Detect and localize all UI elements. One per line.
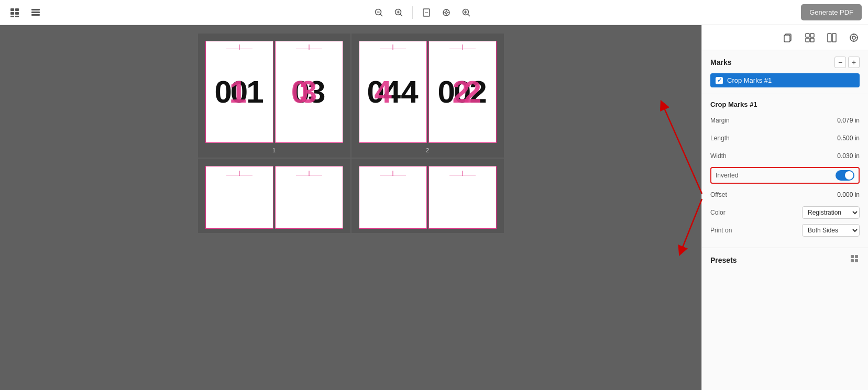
spread-1-label: 1 bbox=[272, 147, 276, 153]
crop-marks-label: Crop Marks #1 bbox=[727, 76, 772, 84]
width-value: 0.030 in bbox=[837, 152, 860, 160]
inverted-toggle[interactable] bbox=[836, 170, 854, 181]
zoom-in-btn[interactable] bbox=[390, 4, 407, 21]
zoom-out-btn[interactable] bbox=[370, 4, 387, 21]
svg-rect-5 bbox=[15, 16, 19, 17]
spread-1: 00 1 1 0 3 3 0 bbox=[198, 34, 350, 158]
svg-point-37 bbox=[852, 36, 855, 39]
bottom-mini-page-2 bbox=[275, 166, 343, 229]
length-value: 0.500 in bbox=[837, 135, 860, 142]
spread-1-pages: 00 1 1 0 3 3 0 bbox=[205, 41, 343, 143]
offset-value: 0.000 in bbox=[837, 191, 860, 198]
bottom-spread-1-pages bbox=[205, 166, 343, 229]
generate-pdf-btn[interactable]: Generate PDF bbox=[801, 4, 862, 20]
panel-icon-target[interactable] bbox=[846, 30, 862, 46]
svg-point-19 bbox=[445, 12, 447, 14]
color-row: Color Registration Black Cyan Magenta bbox=[710, 206, 860, 219]
print-on-row: Print on Both Sides Front Only Back Only bbox=[710, 224, 860, 237]
inverted-row: Inverted bbox=[710, 167, 860, 184]
print-on-label: Print on bbox=[710, 227, 732, 234]
svg-rect-30 bbox=[806, 34, 809, 37]
fit-width-btn[interactable] bbox=[438, 4, 455, 21]
fit-page-btn[interactable] bbox=[418, 4, 435, 21]
svg-rect-45 bbox=[855, 259, 858, 262]
length-label: Length bbox=[710, 135, 730, 142]
spread-2-label: 2 bbox=[426, 147, 429, 153]
spread-2-pages: 0 4 4 4 00 2 2 bbox=[359, 41, 497, 143]
svg-line-15 bbox=[400, 14, 402, 16]
crop-marks-checkbox[interactable]: ✓ bbox=[716, 77, 723, 84]
svg-rect-33 bbox=[810, 38, 814, 42]
svg-rect-44 bbox=[851, 259, 854, 262]
bottom-spread-2 bbox=[351, 159, 504, 233]
mini-page-003: 0 3 3 0 bbox=[275, 41, 343, 143]
zoom-actual-btn[interactable] bbox=[458, 4, 475, 21]
bottom-spread-row bbox=[198, 159, 504, 233]
marks-section: Marks − + ✓ Crop Marks #1 bbox=[702, 50, 868, 94]
print-on-select[interactable]: Both Sides Front Only Back Only bbox=[802, 224, 860, 237]
crop-mark-top-044 bbox=[380, 44, 406, 52]
margin-row: Margin 0.079 in bbox=[710, 114, 860, 127]
bottom-mini-page-1 bbox=[205, 166, 273, 229]
presets-grid-btn[interactable] bbox=[850, 254, 860, 266]
svg-rect-35 bbox=[832, 34, 836, 42]
svg-rect-6 bbox=[31, 9, 40, 10]
bottom-spread-1 bbox=[198, 159, 350, 233]
marks-header: Marks − + bbox=[710, 57, 860, 68]
mini-page-044: 0 4 4 4 bbox=[359, 41, 427, 143]
mini-page-002: 00 2 2 2 bbox=[428, 41, 497, 143]
layout-btn-1[interactable] bbox=[6, 4, 23, 21]
svg-rect-34 bbox=[828, 34, 831, 42]
spread-2: 0 4 4 4 00 2 2 bbox=[351, 34, 504, 158]
crop-marks-detail: Crop Marks #1 Margin 0.079 in Length 0.5… bbox=[702, 94, 868, 248]
crop-mark-top-001 bbox=[226, 44, 252, 52]
crop-mark-top-003 bbox=[296, 44, 322, 52]
svg-rect-4 bbox=[10, 16, 14, 17]
crop-mark-top-002 bbox=[449, 44, 476, 52]
panel-icon-columns[interactable] bbox=[824, 30, 840, 46]
svg-line-11 bbox=[380, 14, 382, 16]
toolbar-center bbox=[48, 4, 797, 21]
inverted-label: Inverted bbox=[716, 172, 738, 179]
offset-row: Offset 0.000 in bbox=[710, 188, 860, 202]
toolbar-divider bbox=[412, 6, 413, 19]
svg-rect-7 bbox=[31, 12, 40, 13]
svg-rect-42 bbox=[851, 255, 854, 258]
svg-line-25 bbox=[468, 14, 470, 16]
panel-icon-grid[interactable] bbox=[802, 30, 818, 46]
main-area: 00 1 1 0 3 3 0 bbox=[0, 25, 868, 390]
color-select[interactable]: Registration Black Cyan Magenta bbox=[802, 206, 860, 219]
toggle-knob bbox=[845, 171, 853, 180]
panel-icons bbox=[702, 25, 868, 50]
presets-section: Presets bbox=[702, 248, 868, 272]
spreads-container: 00 1 1 0 3 3 0 bbox=[8, 34, 693, 233]
margin-label: Margin bbox=[710, 117, 730, 124]
svg-rect-1 bbox=[15, 8, 19, 11]
marks-minus-btn[interactable]: − bbox=[834, 57, 846, 68]
layout-btn-2[interactable] bbox=[27, 4, 44, 21]
offset-label: Offset bbox=[710, 191, 727, 198]
right-panel: Marks − + ✓ Crop Marks #1 Crop Marks #1 … bbox=[701, 25, 868, 390]
width-row: Width 0.030 in bbox=[710, 149, 860, 163]
toolbar: Generate PDF bbox=[0, 0, 868, 25]
bottom-mini-page-3 bbox=[359, 166, 427, 229]
svg-rect-43 bbox=[855, 255, 858, 258]
svg-point-36 bbox=[850, 34, 858, 41]
canvas-area: 00 1 1 0 3 3 0 bbox=[0, 25, 701, 390]
marks-actions: − + bbox=[834, 57, 860, 68]
crop-marks-item[interactable]: ✓ Crop Marks #1 bbox=[710, 73, 860, 87]
marks-plus-btn[interactable]: + bbox=[848, 57, 860, 68]
toolbar-left bbox=[6, 4, 44, 21]
margin-value: 0.079 in bbox=[837, 117, 860, 124]
length-row: Length 0.500 in bbox=[710, 131, 860, 145]
panel-icon-copy[interactable] bbox=[780, 30, 796, 46]
svg-rect-31 bbox=[810, 34, 814, 37]
mini-page-001: 00 1 1 bbox=[205, 41, 273, 143]
svg-rect-3 bbox=[15, 12, 19, 15]
svg-rect-2 bbox=[10, 12, 14, 15]
svg-rect-29 bbox=[784, 35, 790, 42]
svg-rect-8 bbox=[31, 14, 40, 16]
top-spread-row: 00 1 1 0 3 3 0 bbox=[198, 34, 504, 158]
bottom-mini-page-4 bbox=[428, 166, 497, 229]
svg-rect-32 bbox=[806, 38, 809, 42]
